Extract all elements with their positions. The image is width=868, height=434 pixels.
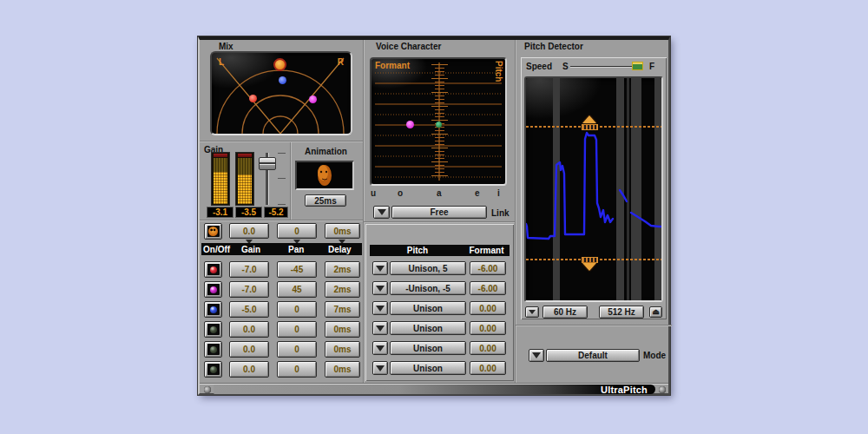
led-lamp-icon bbox=[210, 266, 217, 273]
pitch-value-button[interactable]: -Unison, -5 bbox=[390, 281, 466, 295]
voice-row: -7.0 -45 2ms bbox=[200, 261, 364, 278]
voice-delay-field[interactable]: 2ms bbox=[325, 261, 360, 278]
fader-grip-line bbox=[260, 162, 275, 165]
formant-value-button[interactable]: -6.00 bbox=[470, 261, 506, 275]
voice-onoff-button[interactable] bbox=[204, 361, 222, 378]
formant-value-button[interactable]: 0.00 bbox=[470, 301, 506, 315]
pitch-value-button[interactable]: Unison bbox=[390, 321, 466, 335]
header-onoff: On/Off bbox=[203, 245, 230, 254]
brand-name: UltraPitch bbox=[601, 385, 648, 395]
voice-gain-field[interactable]: 0.0 bbox=[229, 341, 269, 358]
pitch-dropdown-button[interactable] bbox=[372, 301, 388, 315]
gain-fader-handle[interactable] bbox=[259, 157, 276, 170]
pitch-table-header: Pitch Formant bbox=[370, 245, 510, 256]
mode-value-button[interactable]: Default bbox=[546, 349, 640, 362]
range-up-button[interactable]: ⏏ bbox=[649, 306, 662, 318]
pitch-dropdown-button[interactable] bbox=[372, 261, 388, 275]
pitch-value-button[interactable]: Unison, 5 bbox=[390, 261, 466, 275]
meter-unlit-segment bbox=[214, 158, 227, 172]
high-freq-button[interactable]: 512 Hz bbox=[599, 306, 644, 319]
voice-gain-field[interactable]: -7.0 bbox=[229, 281, 269, 298]
low-threshold-triangle-icon[interactable] bbox=[582, 263, 596, 271]
voice-delay-field[interactable]: 0ms bbox=[325, 341, 360, 358]
chevron-down-icon bbox=[376, 266, 385, 272]
pitch-dropdown-button[interactable] bbox=[372, 281, 388, 295]
all-voices-button[interactable] bbox=[204, 223, 222, 240]
led-well bbox=[207, 284, 220, 295]
speed-slider-track[interactable] bbox=[570, 66, 636, 67]
low-freq-button[interactable]: 60 Hz bbox=[542, 306, 588, 319]
pitch-dropdown-button[interactable] bbox=[372, 321, 388, 335]
formant-value-button[interactable]: 0.00 bbox=[470, 361, 506, 375]
pd-display-inner bbox=[526, 78, 661, 300]
voice-gain-field[interactable]: -5.0 bbox=[229, 301, 269, 318]
low-threshold-marker[interactable] bbox=[582, 257, 598, 263]
voice-pan-field[interactable]: 0 bbox=[277, 301, 317, 318]
voice-onoff-button[interactable] bbox=[204, 301, 222, 318]
master-pan-field[interactable]: 0 bbox=[277, 223, 317, 239]
voice-onoff-button[interactable] bbox=[204, 321, 222, 338]
formant-value-button[interactable]: 0.00 bbox=[470, 321, 506, 335]
voice-onoff-button[interactable] bbox=[204, 281, 222, 298]
pitch-row: Unison 0.00 bbox=[364, 361, 516, 376]
voice-pan-field[interactable]: 0 bbox=[277, 321, 317, 338]
high-threshold-marker[interactable] bbox=[582, 124, 598, 130]
voice-delay-field[interactable]: 7ms bbox=[325, 301, 360, 318]
voice-row: 0.0 0 0ms bbox=[200, 361, 364, 378]
pitch-dropdown-button[interactable] bbox=[372, 361, 388, 375]
led-well bbox=[207, 324, 220, 335]
vowel-o: o bbox=[398, 188, 403, 198]
led-well bbox=[207, 304, 220, 315]
voices-table-header: On/Off Gain Pan Delay bbox=[201, 243, 362, 255]
mix-dot-magenta-voice[interactable] bbox=[309, 95, 317, 103]
pitch-dropdown-button[interactable] bbox=[372, 341, 388, 355]
vc-mode-dropdown-button[interactable] bbox=[373, 206, 390, 219]
vc-mode-button[interactable]: Free bbox=[391, 206, 487, 219]
formant-value-button[interactable]: 0.00 bbox=[470, 341, 506, 355]
master-delay-field[interactable]: 0ms bbox=[325, 223, 360, 239]
voice-gain-field[interactable]: 0.0 bbox=[229, 361, 269, 378]
mode-dropdown-button[interactable] bbox=[529, 349, 544, 362]
voice-delay-field[interactable]: 2ms bbox=[325, 281, 360, 298]
brand-bar: UltraPitch bbox=[214, 385, 655, 394]
mix-dot-blue-voice[interactable] bbox=[279, 76, 286, 84]
divider bbox=[364, 221, 516, 223]
speed-label: Speed bbox=[526, 62, 552, 71]
pitch-detector-panel: Speed S F bbox=[521, 57, 667, 319]
master-gain-field[interactable]: 0.0 bbox=[229, 223, 269, 239]
voice-pan-field[interactable]: 0 bbox=[277, 361, 317, 378]
voice-pan-field[interactable]: 0 bbox=[277, 341, 317, 358]
speed-slider-handle[interactable] bbox=[632, 62, 643, 70]
voice-pan-field[interactable]: 45 bbox=[277, 281, 317, 298]
pitch-row: -Unison, -5 -6.00 bbox=[364, 281, 516, 296]
voice-onoff-button[interactable] bbox=[204, 341, 222, 358]
left-column: Mix L R Gain bbox=[200, 40, 364, 383]
mix-dot-red-voice[interactable] bbox=[249, 95, 257, 102]
voice-gain-field[interactable]: -7.0 bbox=[229, 261, 269, 278]
formant-value-button[interactable]: -6.00 bbox=[470, 281, 506, 295]
voice-delay-field[interactable]: 0ms bbox=[325, 361, 360, 378]
voice-pan-field[interactable]: -45 bbox=[277, 261, 317, 278]
range-down-button[interactable] bbox=[525, 306, 539, 318]
voice-onoff-button[interactable] bbox=[204, 261, 222, 278]
high-threshold-triangle-icon[interactable] bbox=[582, 115, 596, 123]
animation-latency-button[interactable]: 25ms bbox=[305, 194, 346, 207]
pitch-detector-display bbox=[524, 76, 663, 302]
face-icon bbox=[297, 162, 352, 188]
voice-gain-field[interactable]: 0.0 bbox=[229, 321, 269, 338]
pitch-value-button[interactable]: Unison bbox=[390, 361, 466, 375]
mix-dot-selected-voice[interactable] bbox=[273, 58, 286, 71]
voice-row: -5.0 0 7ms bbox=[200, 301, 364, 318]
mix-left-label: L bbox=[219, 57, 224, 67]
fader-tick bbox=[278, 204, 286, 205]
vowel-u: u bbox=[371, 188, 376, 198]
animation-face-display bbox=[295, 161, 354, 190]
vc-pitch-handle[interactable] bbox=[436, 122, 442, 128]
meter-lit-segment bbox=[214, 172, 227, 204]
header-pan: Pan bbox=[288, 245, 304, 254]
animation-title: Animation bbox=[305, 147, 347, 156]
vc-formant-handle[interactable] bbox=[406, 121, 414, 128]
voice-delay-field[interactable]: 0ms bbox=[325, 321, 360, 338]
pitch-value-button[interactable]: Unison bbox=[390, 341, 466, 355]
pitch-value-button[interactable]: Unison bbox=[390, 301, 466, 315]
